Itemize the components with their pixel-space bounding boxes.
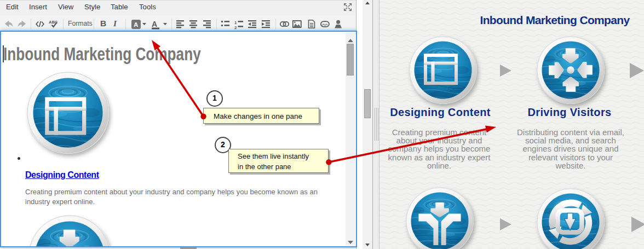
svg-text:A: A (134, 21, 138, 28)
svg-text:I: I (113, 19, 117, 28)
svg-text:1: 1 (234, 20, 237, 25)
svg-text:A: A (152, 20, 157, 28)
svg-text:2: 2 (234, 25, 237, 30)
svg-text:Formats: Formats (68, 20, 93, 27)
svg-text:B: B (100, 19, 106, 28)
